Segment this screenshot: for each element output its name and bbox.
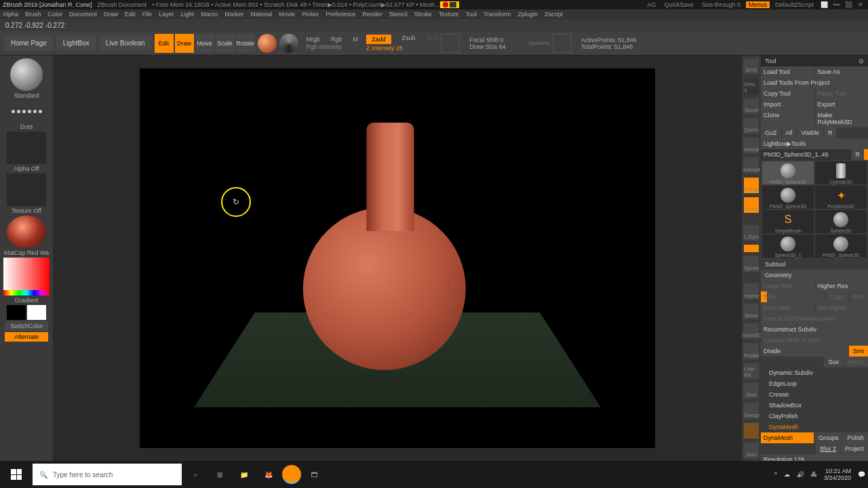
clone-button[interactable]: Clone <box>761 110 814 127</box>
edgeloop-section[interactable]: EdgeLoop <box>761 378 868 389</box>
explorer-app[interactable]: 📁 <box>233 464 255 485</box>
bpr-button[interactable]: BPR <box>744 58 759 74</box>
aahalf-button[interactable]: AAHalf <box>744 157 759 173</box>
restore-icon[interactable]: ⬜ <box>819 0 829 9</box>
blur-slider[interactable]: Blur 2 <box>816 443 840 454</box>
frame-button[interactable]: Frame <box>744 283 759 299</box>
seethrough-slider[interactable]: See-through 0 <box>699 1 743 8</box>
linefill-button[interactable]: Line Fill <box>744 363 759 379</box>
tray-clock[interactable]: 10:21 AM 3/24/2020 <box>824 468 851 481</box>
scroll-button[interactable]: Scroll <box>744 98 759 114</box>
tool-thumb[interactable]: ✦PolyMesh3D <box>815 186 867 209</box>
material-selector[interactable] <box>7 216 46 248</box>
primary-color-swatch[interactable] <box>27 305 46 320</box>
menus-button[interactable]: Menus <box>746 1 770 8</box>
switchcolor-button[interactable]: SwitchColor <box>5 321 48 331</box>
lightbox-tools-button[interactable]: Lightbox▶Tools <box>761 138 868 149</box>
mesh-sphere[interactable] <box>303 207 466 370</box>
menu-item[interactable]: Transform <box>484 11 511 18</box>
zsub-button[interactable]: Zsub <box>402 35 416 44</box>
axis-toggle[interactable] <box>744 245 759 252</box>
zoom3d-button[interactable]: Zoom3D <box>744 323 759 339</box>
export-button[interactable]: Export <box>815 99 869 110</box>
tray-notifications-icon[interactable]: 💬 <box>858 471 865 478</box>
cage-button[interactable]: Cage <box>825 291 848 302</box>
goz-r-button[interactable]: R <box>824 127 837 138</box>
smt-button[interactable]: Smt <box>849 346 868 357</box>
reconstruct-button[interactable]: Reconstruct Subdiv <box>761 324 868 335</box>
saveas-button[interactable]: Save As <box>815 66 869 77</box>
rstr-button[interactable]: Rstr <box>849 291 869 302</box>
menu-item[interactable]: Texture <box>439 11 459 18</box>
geometry-section[interactable]: Geometry <box>761 270 868 281</box>
xpose-button[interactable]: Xpose <box>744 256 759 272</box>
alpha-selector[interactable] <box>7 131 46 164</box>
sculptris-button[interactable] <box>279 34 298 53</box>
makepolymesh-button[interactable]: Make PolyMesh3D <box>815 110 869 127</box>
loadtool-button[interactable]: Load Tool <box>761 66 814 77</box>
search-input[interactable]: 🔍Type here to search <box>33 464 182 485</box>
resolution-slider[interactable]: Resolution 128 <box>761 454 868 461</box>
persp-button[interactable]: Persp <box>744 178 759 193</box>
panel-close-icon[interactable]: ⊙ <box>859 58 864 64</box>
pastetool-button[interactable]: Paste Tool <box>815 88 869 99</box>
polish-button[interactable]: Polish <box>843 432 868 443</box>
viewport[interactable] <box>53 56 742 461</box>
drawsize-slider[interactable]: Draw Size 64 <box>469 43 506 50</box>
quicksave-button[interactable]: QuickSave <box>661 1 696 8</box>
copytool-button[interactable]: Copy Tool <box>761 88 814 99</box>
project-button[interactable]: Project <box>841 443 868 454</box>
dynamicsubdiv-section[interactable]: Dynamic Subdiv <box>761 367 868 378</box>
menu-item[interactable]: Macro <box>201 11 218 18</box>
edit-mode-button[interactable]: Edit <box>155 34 174 53</box>
menu-item[interactable]: Color <box>48 11 63 18</box>
dynamesh-button[interactable]: DynaMesh <box>761 432 814 443</box>
secondary-color-swatch[interactable] <box>7 305 26 320</box>
defaultzscript-button[interactable]: DefaultZScript <box>772 1 816 8</box>
menu-item[interactable]: Marker <box>224 11 243 18</box>
menu-item[interactable]: Brush <box>25 11 41 18</box>
shadowbox-section[interactable]: ShadowBox <box>761 400 868 411</box>
rgb-intensity-slider[interactable]: Rgb Intensity <box>307 43 359 50</box>
texture-selector[interactable] <box>7 174 46 206</box>
homepage-button[interactable]: Home Page <box>4 36 54 51</box>
brush-selector[interactable] <box>10 58 43 91</box>
goz-button[interactable]: GoZ <box>761 127 781 138</box>
r-button[interactable]: R <box>852 149 865 160</box>
solo-button[interactable]: Solo <box>744 443 759 458</box>
start-button[interactable] <box>3 464 30 485</box>
menu-item[interactable]: Render <box>362 11 382 18</box>
menu-item[interactable]: Edit <box>125 11 136 18</box>
menu-item[interactable]: Movie <box>279 11 295 18</box>
suv-button[interactable]: Suv <box>824 357 843 367</box>
menu-item[interactable]: Draw <box>104 11 118 18</box>
move3d-button[interactable]: Move <box>744 304 759 319</box>
liveboolean-button[interactable]: Live Boolean <box>99 36 152 51</box>
tool-thumb[interactable]: Sphere3D_1 <box>762 235 814 258</box>
minimize-icon[interactable]: ➖ <box>831 0 841 9</box>
freeze-button[interactable]: Freeze SubDivision Levels <box>761 313 868 324</box>
delhigher-button[interactable]: Del Higher <box>815 302 869 313</box>
tool-thumb[interactable]: SSimpleBrush <box>762 210 814 233</box>
dellower-button[interactable]: Del Lower <box>761 302 814 313</box>
gizmo-button[interactable] <box>258 34 277 53</box>
menu-item[interactable]: Tool <box>465 11 477 18</box>
divide-button[interactable]: Divide <box>761 346 848 357</box>
alternate-button[interactable]: Alternate <box>5 332 48 342</box>
focalshift-slider[interactable]: Focal Shift 0 <box>469 37 506 43</box>
draw-mode-button[interactable]: Draw <box>175 34 194 53</box>
ghost-button[interactable] <box>744 423 759 439</box>
focal-curve[interactable] <box>441 34 460 53</box>
maximize-icon[interactable]: ⬛ <box>844 0 853 9</box>
size-curve[interactable] <box>553 34 572 53</box>
menu-item[interactable]: Alpha <box>3 11 18 18</box>
lowerres-button[interactable]: Lower Res <box>761 281 814 291</box>
subtool-section[interactable]: Subtool <box>761 259 868 270</box>
cortana-button[interactable]: ○ <box>184 464 206 485</box>
zadd-button[interactable]: Zadd <box>366 35 391 44</box>
z-intensity-slider[interactable]: Z Intensity 25 <box>366 45 438 52</box>
mesh-neck[interactable] <box>367 123 414 231</box>
claypolish-section[interactable]: ClayPolish <box>761 411 868 422</box>
menu-item[interactable]: Zplugin <box>518 11 538 18</box>
goz-all-button[interactable]: All <box>782 127 797 138</box>
